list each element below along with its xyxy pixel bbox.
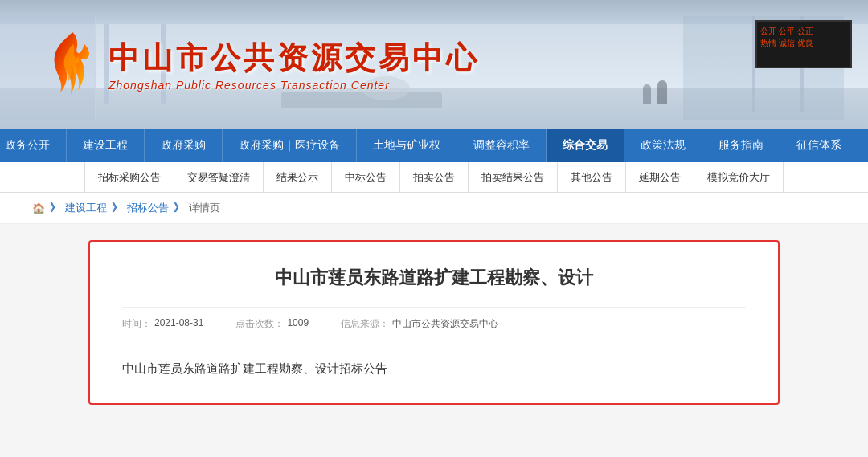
breadcrumb-sep1: 》 [50, 201, 60, 215]
article-body: 中山市莲员东路道路扩建工程勘察、设计招标公告 [122, 357, 746, 379]
breadcrumb-bar: 🏠 》 建设工程 》 招标公告 》 详情页 [0, 193, 868, 224]
nav-item-ylsb[interactable]: 政府采购｜医疗设备 [223, 129, 357, 162]
nav-sub-yqgg[interactable]: 延期公告 [626, 162, 694, 193]
nav-sub-zbcggg[interactable]: 招标采购公告 [84, 162, 174, 193]
logo-cn-text: 中山市公共资源交易中心 [108, 38, 480, 79]
nav-top-items: 首页 政务公开 建设工程 政府采购 政府采购｜医疗设备 土地与矿业权 调整容积率… [0, 129, 868, 162]
nav-item-sjkf[interactable]: 数据开放 [858, 129, 869, 162]
meta-time: 时间： 2021-08-31 [122, 317, 203, 331]
nav-sub-jydaaqc[interactable]: 交易答疑澄清 [174, 162, 264, 193]
meta-source-label: 信息来源： [341, 317, 389, 331]
breadcrumb-link-jsgc[interactable]: 建设工程 [65, 201, 107, 215]
article-meta: 时间： 2021-08-31 点击次数： 1009 信息来源： 中山市公共资源交… [122, 307, 746, 341]
nav-item-zxxt[interactable]: 征信体系 [780, 129, 858, 162]
nav-sub-pmgg[interactable]: 拍卖公告 [400, 162, 469, 193]
nav-sub: 招标采购公告 交易答疑澄清 结果公示 中标公告 拍卖公告 拍卖结果公告 其他公告… [0, 162, 868, 193]
nav-sub-zbgg[interactable]: 中标公告 [332, 162, 400, 193]
article-title: 中山市莲员东路道路扩建工程勘察、设计 [122, 266, 746, 291]
nav-item-tzrjl[interactable]: 调整容积率 [457, 129, 547, 162]
logo-text-area: 中山市公共资源交易中心 Zhongshan Public Resources T… [108, 38, 480, 92]
nav-top: 首页 政务公开 建设工程 政府采购 政府采购｜医疗设备 土地与矿业权 调整容积率… [0, 129, 868, 162]
logo-en-text: Zhongshan Public Resources Transaction C… [108, 79, 480, 92]
meta-source-value: 中山市公共资源交易中心 [392, 317, 498, 331]
nav-item-fwzn[interactable]: 服务指南 [702, 129, 780, 162]
nav-sub-items: 招标采购公告 交易答疑澄清 结果公示 中标公告 拍卖公告 拍卖结果公告 其他公告… [84, 162, 784, 193]
nav-item-zcfg[interactable]: 政策法规 [624, 129, 702, 162]
nav-sub-qtgg[interactable]: 其他公告 [558, 162, 626, 193]
logo-flame-icon [48, 28, 96, 100]
breadcrumb-home-icon[interactable]: 🏠 [32, 202, 45, 214]
breadcrumb-current: 详情页 [189, 201, 220, 215]
nav-item-zwgk[interactable]: 政务公开 [0, 129, 67, 162]
nav-item-jsgc[interactable]: 建设工程 [67, 129, 145, 162]
nav-item-zfcg[interactable]: 政府采购 [145, 129, 223, 162]
meta-time-value: 2021-08-31 [154, 317, 203, 331]
main-content: 中山市莲员东路道路扩建工程勘察、设计 时间： 2021-08-31 点击次数： … [88, 240, 780, 405]
nav-item-tdky[interactable]: 土地与矿业权 [357, 129, 457, 162]
meta-time-label: 时间： [122, 317, 151, 331]
breadcrumb-sep3: 》 [174, 201, 184, 215]
breadcrumb-link-zbgg[interactable]: 招标公告 [127, 201, 169, 215]
meta-clicks-label: 点击次数： [235, 317, 284, 331]
breadcrumb-sep2: 》 [112, 201, 122, 215]
header-banner: 公开 公平 公正热情 诚信 优良 中山市公共资源交易中心 [0, 0, 868, 129]
meta-clicks-value: 1009 [287, 317, 309, 331]
nav-sub-mnjjdt[interactable]: 模拟竞价大厅 [694, 162, 784, 193]
nav-item-zhxy[interactable]: 综合交易 [547, 129, 624, 162]
nav-sub-pmjggs[interactable]: 拍卖结果公告 [469, 162, 558, 193]
nav-sub-jggs[interactable]: 结果公示 [264, 162, 332, 193]
logo-area: 中山市公共资源交易中心 Zhongshan Public Resources T… [0, 28, 480, 100]
meta-clicks: 点击次数： 1009 [235, 317, 309, 331]
meta-source: 信息来源： 中山市公共资源交易中心 [341, 317, 498, 331]
